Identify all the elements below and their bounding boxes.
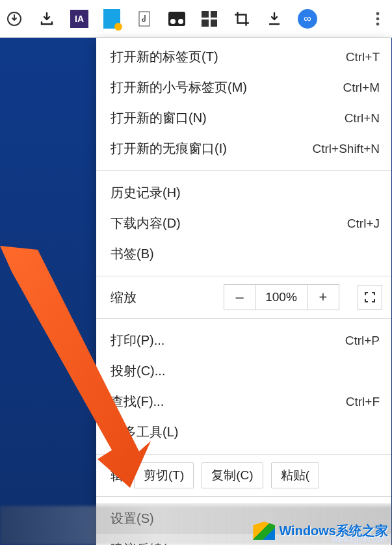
- grid-extension-icon[interactable]: [200, 10, 218, 28]
- circle-download-icon[interactable]: [5, 10, 23, 28]
- edit-cut-button[interactable]: 剪切(T): [134, 462, 194, 488]
- menu-item-label: 更多工具(L): [111, 423, 178, 441]
- download-tray-icon[interactable]: [38, 10, 56, 28]
- edit-paste-button[interactable]: 粘贴(: [271, 462, 319, 488]
- main-menu-dropdown: 打开新的标签页(T) Ctrl+T 打开新的小号标签页(M) Ctrl+M 打开…: [96, 38, 391, 545]
- music-note-extension-icon[interactable]: [135, 10, 153, 28]
- menu-item-label: 投射(C)...: [111, 362, 165, 380]
- menu-item-label: 书签(B): [111, 245, 154, 263]
- menu-item-shortcut: Ctrl+F: [346, 395, 380, 409]
- zoom-label: 缩放: [111, 289, 137, 306]
- menu-kebab-icon[interactable]: [369, 10, 387, 28]
- svg-point-2: [376, 12, 380, 15]
- menu-section-history: 历史记录(H) 下载内容(D) Ctrl+J 书签(B): [96, 174, 391, 273]
- menu-item-print[interactable]: 打印(P)... Ctrl+P: [96, 325, 391, 356]
- zoom-out-button[interactable]: –: [224, 285, 255, 310]
- windows-logo-icon: [253, 522, 275, 540]
- menu-item-downloads[interactable]: 下载内容(D) Ctrl+J: [96, 208, 391, 239]
- crop-icon[interactable]: [233, 10, 251, 28]
- fullscreen-button[interactable]: [358, 285, 382, 310]
- menu-item-zoom: 缩放 – 100% +: [96, 279, 391, 315]
- menu-item-new-small-tab[interactable]: 打开新的小号标签页(M) Ctrl+M: [96, 72, 391, 103]
- profile-avatar[interactable]: ∞: [298, 9, 317, 29]
- menu-section-tools: 打印(P)... Ctrl+P 投射(C)... 查找(F)... Ctrl+F…: [96, 321, 391, 451]
- edit-label: 辑: [111, 467, 124, 485]
- menu-separator: [96, 454, 391, 455]
- zoom-controls: – 100% +: [224, 284, 339, 310]
- menu-item-new-window[interactable]: 打开新的窗口(N) Ctrl+N: [96, 103, 391, 133]
- menu-item-new-incognito[interactable]: 打开新的无痕窗口(I) Ctrl+Shift+N: [96, 133, 391, 164]
- ia-extension-icon[interactable]: IA: [70, 10, 88, 28]
- menu-item-new-tab[interactable]: 打开新的标签页(T) Ctrl+T: [96, 42, 391, 72]
- page-body: 打开新的标签页(T) Ctrl+T 打开新的小号标签页(M) Ctrl+M 打开…: [0, 38, 392, 545]
- svg-point-4: [376, 22, 380, 25]
- menu-separator: [96, 318, 391, 319]
- svg-rect-1: [139, 12, 150, 26]
- menu-item-shortcut: Ctrl+J: [347, 217, 380, 231]
- image-extension-icon[interactable]: [168, 10, 186, 28]
- menu-item-edit-row: 辑 剪切(T) 复制(C) 粘贴(: [96, 457, 391, 494]
- browser-toolbar: IA ∞: [0, 0, 392, 38]
- menu-separator: [96, 496, 391, 497]
- menu-item-shortcut: Ctrl+N: [345, 111, 380, 126]
- menu-item-label: 下载内容(D): [111, 215, 181, 232]
- menu-section-new: 打开新的标签页(T) Ctrl+T 打开新的小号标签页(M) Ctrl+M 打开…: [96, 38, 391, 168]
- zoom-in-button[interactable]: +: [307, 285, 339, 310]
- file-download-extension-icon[interactable]: [103, 10, 121, 28]
- avatar-symbol: ∞: [304, 13, 311, 25]
- menu-item-label: 查找(F)...: [111, 393, 164, 410]
- menu-item-label: 打开新的窗口(N): [111, 109, 207, 127]
- menu-item-more-tools[interactable]: 更多工具(L): [96, 417, 391, 447]
- menu-separator: [96, 276, 391, 276]
- zoom-value: 100%: [255, 285, 307, 310]
- menu-item-label: 打开新的小号标签页(M): [111, 79, 247, 96]
- menu-item-shortcut: Ctrl+Shift+N: [313, 142, 380, 156]
- menu-item-shortcut: Ctrl+T: [346, 50, 380, 64]
- edit-copy-button[interactable]: 复制(C): [202, 462, 263, 488]
- menu-separator: [96, 170, 391, 171]
- menu-item-find[interactable]: 查找(F)... Ctrl+F: [96, 386, 391, 417]
- menu-item-cast[interactable]: 投射(C)...: [96, 356, 391, 386]
- download-arrow-icon[interactable]: [265, 10, 283, 28]
- watermark-url: www.bjjmlv.com: [332, 535, 387, 544]
- menu-item-shortcut: Ctrl+M: [343, 81, 380, 95]
- menu-item-bookmarks[interactable]: 书签(B): [96, 239, 391, 269]
- svg-point-3: [376, 17, 380, 20]
- menu-item-label: 打开新的标签页(T): [111, 48, 218, 66]
- menu-item-shortcut: Ctrl+P: [345, 334, 380, 348]
- menu-item-label: 打印(P)...: [111, 332, 164, 349]
- menu-item-label: 打开新的无痕窗口(I): [111, 140, 227, 157]
- menu-item-label: 历史记录(H): [111, 184, 181, 202]
- watermark: Windows系统之家 www.bjjmlv.com: [253, 522, 388, 540]
- menu-item-history[interactable]: 历史记录(H): [96, 178, 391, 208]
